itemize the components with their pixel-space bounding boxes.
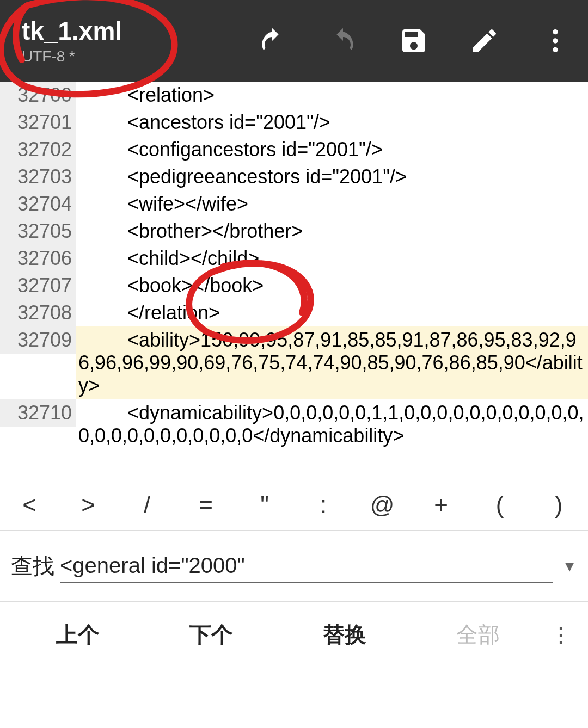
- code-editor[interactable]: 32700<relation> 32701<ancestors id="2001…: [0, 82, 588, 479]
- code-line[interactable]: <brother></brother>: [76, 218, 588, 245]
- code-line-highlighted[interactable]: <ability>150,99,95,87,91,85,85,91,87,86,…: [76, 326, 588, 399]
- line-number: 32701: [0, 109, 76, 136]
- search-label: 查找: [11, 551, 54, 581]
- svg-point-2: [553, 47, 558, 52]
- sym-rparen[interactable]: ): [529, 485, 588, 525]
- edit-icon[interactable]: [468, 24, 501, 57]
- code-line[interactable]: <book></book>: [76, 272, 588, 299]
- line-number: 32709: [0, 326, 76, 354]
- line-number: 32705: [0, 218, 76, 245]
- actions-more-icon[interactable]: ⋮: [544, 622, 577, 647]
- code-line[interactable]: <child></child>: [76, 245, 588, 272]
- sym-lt[interactable]: <: [0, 485, 59, 525]
- toolbar: tk_1.xml UTF-8 *: [0, 0, 588, 82]
- line-number: 32703: [0, 163, 76, 190]
- sym-slash[interactable]: /: [118, 485, 176, 525]
- save-icon[interactable]: [397, 24, 430, 57]
- more-icon[interactable]: [539, 24, 572, 57]
- file-title: tk_1.xml: [22, 16, 122, 46]
- code-line[interactable]: <configancestors id="2001"/>: [76, 136, 588, 163]
- search-input[interactable]: [60, 549, 553, 583]
- search-dropdown-icon[interactable]: ▼: [562, 558, 577, 575]
- line-number: 32707: [0, 272, 76, 299]
- sym-colon[interactable]: :: [294, 485, 353, 525]
- replace-all-button[interactable]: 全部: [411, 620, 544, 650]
- sym-eq[interactable]: =: [176, 485, 235, 525]
- symbol-bar: < > / = " : @ + ( ): [0, 479, 588, 531]
- code-line[interactable]: </relation>: [76, 299, 588, 326]
- search-bar: 查找 ▼: [0, 531, 588, 602]
- code-line[interactable]: <wife></wife>: [76, 190, 588, 218]
- line-number: 32702: [0, 136, 76, 163]
- line-number: 32704: [0, 190, 76, 218]
- line-number: 32706: [0, 245, 76, 272]
- encoding-label: UTF-8 *: [22, 48, 122, 65]
- sym-at[interactable]: @: [353, 485, 412, 525]
- code-line[interactable]: <pedigreeancestors id="2001"/>: [76, 163, 588, 190]
- prev-button[interactable]: 上个: [11, 620, 144, 650]
- line-number: 32700: [0, 82, 76, 109]
- redo-icon[interactable]: [327, 24, 359, 57]
- toolbar-actions: [256, 24, 572, 57]
- title-block: tk_1.xml UTF-8 *: [22, 16, 122, 65]
- search-actions: 上个 下个 替换 全部 ⋮: [0, 602, 588, 667]
- replace-button[interactable]: 替换: [278, 620, 411, 650]
- undo-icon[interactable]: [256, 24, 289, 57]
- svg-point-0: [553, 29, 558, 34]
- sym-gt[interactable]: >: [59, 485, 118, 525]
- line-number: 32710: [0, 399, 76, 427]
- sym-quote[interactable]: ": [235, 485, 294, 525]
- sym-lparen[interactable]: (: [470, 485, 529, 525]
- code-line[interactable]: <dynamicability>0,0,0,0,0,0,1,1,0,0,0,0,…: [76, 399, 588, 449]
- code-line[interactable]: <ancestors id="2001"/>: [76, 109, 588, 136]
- sym-plus[interactable]: +: [412, 485, 470, 525]
- line-number: 32708: [0, 299, 76, 326]
- svg-point-1: [553, 38, 558, 43]
- code-line[interactable]: <relation>: [76, 82, 588, 109]
- next-button[interactable]: 下个: [144, 620, 278, 650]
